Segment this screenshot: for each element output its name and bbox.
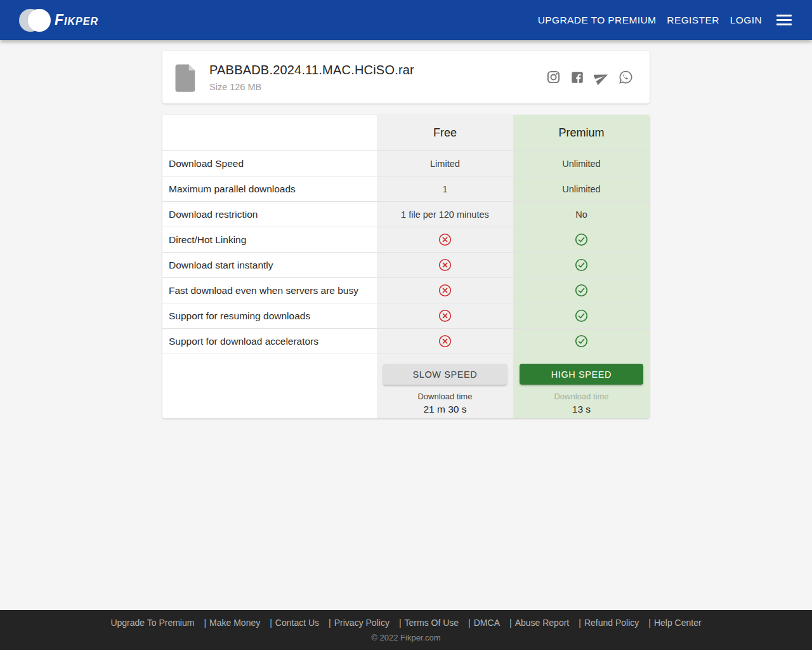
premium-value-cell — [513, 303, 650, 328]
share-buttons — [546, 70, 633, 85]
column-header-free: Free — [377, 115, 513, 150]
footer-link[interactable]: Make Money — [209, 618, 260, 628]
feature-label: Download restriction — [162, 201, 377, 227]
feature-label: Support for resuming downloads — [162, 303, 377, 328]
action-empty-cell — [162, 354, 377, 418]
footer-separator: | — [399, 618, 402, 628]
cross-icon — [438, 309, 452, 322]
feature-label: Download Speed — [162, 150, 377, 176]
footer-link[interactable]: DMCA — [474, 618, 500, 628]
whatsapp-icon[interactable] — [619, 70, 633, 84]
app-header: FIKPER UPGRADE TO PREMIUM REGISTER LOGIN — [0, 0, 812, 40]
premium-value-cell — [513, 252, 650, 277]
free-value-cell — [377, 227, 513, 252]
brand-name: FIKPER — [55, 11, 98, 29]
free-value-cell: Limited — [377, 150, 513, 176]
cross-icon — [438, 335, 452, 348]
footer-link[interactable]: Abuse Report — [515, 618, 570, 628]
footer-separator: | — [579, 618, 581, 628]
table-row: Maximum parallel downloads1Unlimited — [162, 176, 650, 201]
logo-circle-front-icon — [28, 9, 51, 32]
table-action-row: SLOW SPEED Download time 21 m 30 s HIGH … — [162, 354, 650, 418]
free-download-time-value: 21 m 30 s — [423, 404, 466, 415]
hamburger-menu-icon[interactable] — [773, 12, 792, 28]
main-content: PABBADB.2024.11.MAC.HCiSO.rar Size 126 M… — [162, 40, 650, 610]
footer-link[interactable]: Upgrade To Premium — [110, 618, 194, 628]
header-empty-cell — [162, 115, 377, 150]
nav-upgrade-premium[interactable]: UPGRADE TO PREMIUM — [538, 15, 657, 26]
file-name: PABBADB.2024.11.MAC.HCiSO.rar — [209, 63, 546, 77]
table-row: Download start instantly — [162, 252, 650, 277]
footer-separator: | — [468, 618, 471, 628]
free-value-cell — [377, 252, 513, 277]
brand-logo[interactable]: FIKPER — [19, 9, 98, 32]
top-nav: UPGRADE TO PREMIUM REGISTER LOGIN — [538, 12, 792, 28]
feature-label: Maximum parallel downloads — [162, 176, 377, 201]
facebook-icon[interactable] — [570, 70, 584, 84]
nav-login[interactable]: LOGIN — [730, 15, 762, 26]
premium-value-cell — [513, 227, 650, 252]
file-size: Size 126 MB — [209, 82, 546, 92]
file-info-card: PABBADB.2024.11.MAC.HCiSO.rar Size 126 M… — [162, 51, 650, 103]
free-action-cell: SLOW SPEED Download time 21 m 30 s — [377, 354, 513, 418]
free-value-cell — [377, 277, 513, 303]
check-icon — [575, 233, 588, 246]
copyright: © 2022 Fikper.com — [371, 633, 440, 642]
free-value-cell: 1 — [377, 176, 513, 201]
feature-label: Download start instantly — [162, 252, 377, 277]
footer-separator: | — [204, 618, 206, 628]
free-download-time-label: Download time — [417, 392, 472, 401]
premium-action-cell: HIGH SPEED Download time 13 s — [513, 354, 650, 418]
free-value-cell: 1 file per 120 minutes — [377, 201, 513, 227]
nav-register[interactable]: REGISTER — [667, 15, 719, 26]
footer-links: Upgrade To Premium|Make Money|Contact Us… — [110, 618, 701, 628]
file-meta: PABBADB.2024.11.MAC.HCiSO.rar Size 126 M… — [209, 63, 546, 92]
table-header-row: Free Premium — [162, 115, 650, 150]
footer-link[interactable]: Privacy Policy — [334, 618, 390, 628]
table-row: Support for resuming downloads — [162, 303, 650, 328]
file-document-icon — [174, 62, 198, 93]
cross-icon — [438, 284, 452, 297]
footer-link[interactable]: Help Center — [654, 618, 702, 628]
cross-icon — [438, 258, 452, 272]
footer-separator: | — [648, 618, 651, 628]
free-value-cell — [377, 303, 513, 328]
feature-label: Support for download accelerators — [162, 328, 377, 354]
high-speed-button[interactable]: HIGH SPEED — [520, 364, 643, 385]
table-row: Direct/Hot Linking — [162, 227, 650, 252]
table-row: Download restriction1 file per 120 minut… — [162, 201, 650, 227]
footer-separator: | — [270, 618, 272, 628]
comparison-body: Download SpeedLimitedUnlimitedMaximum pa… — [162, 150, 650, 354]
feature-label: Fast download even when servers are busy — [162, 277, 377, 303]
table-row: Fast download even when servers are busy — [162, 277, 650, 303]
premium-value-cell — [513, 277, 650, 303]
feature-label: Direct/Hot Linking — [162, 227, 377, 252]
premium-download-time-label: Download time — [554, 392, 608, 401]
premium-value-cell — [513, 328, 650, 354]
premium-value-cell: Unlimited — [513, 150, 650, 176]
column-header-premium: Premium — [513, 115, 650, 150]
check-icon — [575, 309, 588, 322]
telegram-icon[interactable] — [594, 70, 609, 85]
footer-link[interactable]: Refund Policy — [584, 618, 639, 628]
premium-download-time-value: 13 s — [572, 404, 591, 415]
premium-value-cell: Unlimited — [513, 176, 650, 201]
free-value-cell — [377, 328, 513, 354]
instagram-icon[interactable] — [546, 70, 561, 84]
footer-link[interactable]: Terms Of Use — [405, 618, 459, 628]
check-icon — [575, 258, 588, 272]
footer-separator: | — [329, 618, 331, 628]
check-icon — [575, 284, 588, 297]
premium-value-cell: No — [513, 201, 650, 227]
check-icon — [575, 335, 588, 348]
slow-speed-button[interactable]: SLOW SPEED — [383, 364, 507, 385]
comparison-table: Free Premium Download SpeedLimitedUnlimi… — [162, 115, 650, 418]
cross-icon — [438, 233, 452, 246]
footer-separator: | — [509, 618, 512, 628]
table-row: Download SpeedLimitedUnlimited — [162, 150, 650, 176]
page-footer: Upgrade To Premium|Make Money|Contact Us… — [0, 610, 812, 650]
table-row: Support for download accelerators — [162, 328, 650, 354]
footer-link[interactable]: Contact Us — [275, 618, 319, 628]
